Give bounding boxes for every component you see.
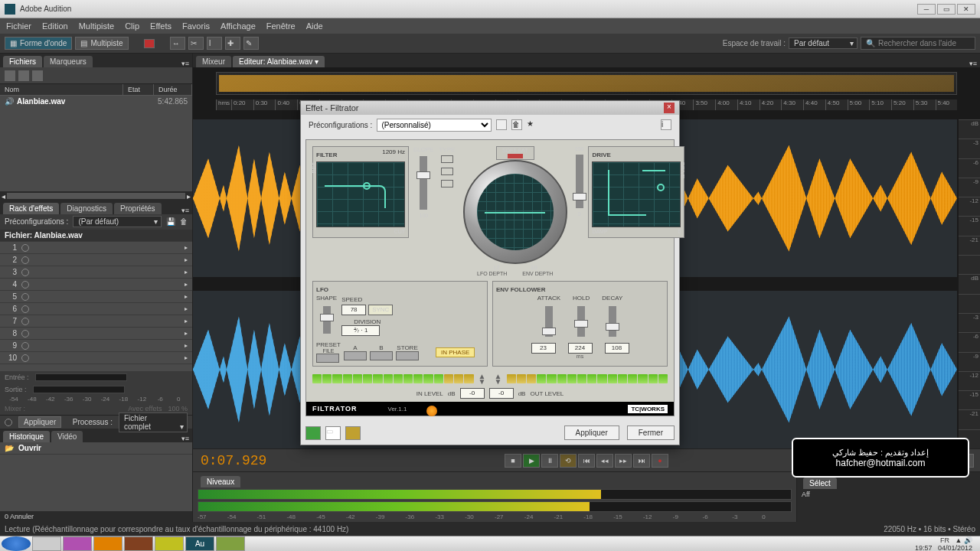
tab-properties[interactable]: Propriétés — [114, 203, 162, 214]
dialog-close-button[interactable]: × — [664, 103, 675, 113]
taskbar-app-icon[interactable] — [216, 536, 245, 551]
hold-value[interactable]: 224 — [568, 343, 593, 354]
preset-a-button[interactable] — [344, 351, 367, 360]
in-arrows-icon[interactable]: ▲▼ — [475, 373, 490, 385]
power-icon[interactable] — [21, 305, 29, 313]
slope-slider[interactable] — [420, 156, 427, 210]
tool-heal[interactable]: ✚ — [225, 37, 240, 50]
tool-move[interactable]: ↔ — [170, 37, 185, 50]
start-button[interactable] — [2, 536, 31, 551]
decay-slider[interactable] — [609, 306, 616, 337]
panel-menu-icon[interactable]: ▾≡ — [969, 60, 977, 67]
preconfig-select[interactable]: (Par défaut) — [73, 216, 162, 227]
fx-slot[interactable]: 8▸ — [0, 328, 192, 340]
preview-toggle[interactable]: ▭ — [325, 426, 341, 440]
power-icon[interactable] — [21, 342, 29, 350]
taskbar-audition-icon[interactable]: Au — [185, 536, 214, 551]
open-file-icon[interactable] — [5, 70, 15, 81]
import-icon[interactable] — [18, 70, 29, 81]
preset-b-button[interactable] — [370, 351, 393, 360]
close-button[interactable]: ✕ — [957, 4, 975, 15]
fx-slot[interactable]: 4▸ — [0, 279, 192, 291]
minimize-button[interactable]: ─ — [917, 4, 936, 15]
taskbar-app-icon[interactable] — [63, 536, 92, 551]
apply-button[interactable]: Appliquer — [564, 425, 619, 440]
tab-levels[interactable]: Niveaux — [201, 476, 240, 487]
type-bandpass-icon[interactable] — [441, 168, 453, 175]
drive-graph[interactable] — [592, 161, 681, 227]
play-button[interactable]: ▶ — [523, 454, 540, 468]
skip-fwd-button[interactable]: ⏭ — [633, 454, 650, 468]
history-item[interactable]: 📂Ouvrir — [0, 442, 192, 455]
taskbar-app-icon[interactable] — [124, 536, 153, 551]
apply-button[interactable]: Appliquer — [18, 416, 61, 428]
decay-value[interactable]: 108 — [605, 343, 629, 354]
main-knob[interactable] — [463, 160, 567, 264]
power-icon[interactable] — [21, 256, 29, 264]
col-etat[interactable]: Etat — [123, 84, 154, 95]
drive-handle[interactable] — [657, 184, 665, 191]
col-nom[interactable]: Nom — [0, 84, 123, 95]
record-indicator[interactable] — [144, 39, 155, 48]
sync-button[interactable]: SYNC — [368, 305, 393, 315]
power-icon[interactable] — [21, 330, 29, 337]
out-level-value[interactable]: -0 — [489, 388, 514, 399]
process-select[interactable]: Fichier complet — [119, 412, 188, 432]
fx-slot[interactable]: 1▸ — [0, 242, 192, 254]
type-lowpass-icon[interactable] — [441, 155, 453, 163]
close-file-icon[interactable] — [32, 70, 43, 81]
tab-rack[interactable]: Rack d'effets — [3, 203, 59, 214]
fx-slot[interactable]: 2▸ — [0, 254, 192, 266]
panel-menu-icon[interactable]: ▾≡ — [181, 435, 189, 442]
hold-slider[interactable] — [577, 306, 585, 337]
power-toggle[interactable] — [305, 426, 321, 440]
tab-marqueurs[interactable]: Marqueurs — [44, 56, 93, 67]
rewind-button[interactable]: ◂◂ — [596, 454, 613, 468]
multitrack-view-button[interactable]: ▤ Multipiste — [75, 37, 128, 50]
delete-preset-icon[interactable]: 🗑 — [511, 119, 522, 130]
shape-slider[interactable] — [323, 306, 331, 334]
taskbar-app-icon[interactable] — [155, 536, 184, 551]
tab-selection[interactable]: Sélect — [803, 478, 837, 489]
menu-multipiste[interactable]: Multipiste — [79, 21, 114, 31]
type-highpass-icon[interactable] — [441, 180, 453, 187]
softsat-box[interactable]: SOFT SAT — [496, 146, 534, 160]
preset-store-button[interactable] — [396, 351, 419, 360]
maximize-button[interactable]: ▭ — [937, 4, 956, 15]
menu-affichage[interactable]: Affichage — [220, 21, 256, 31]
loop-button[interactable]: ⟲ — [560, 454, 577, 468]
taskbar-explorer-icon[interactable] — [32, 536, 61, 551]
preset-select[interactable]: (Personnalisé) — [377, 119, 492, 132]
info-icon[interactable]: i — [661, 119, 671, 130]
save-preset-icon[interactable]: 💾 — [166, 217, 175, 226]
help-search[interactable]: 🔍 Rechercher dans l'aide — [861, 37, 975, 50]
overview-waveform[interactable] — [216, 72, 957, 95]
drive-slider[interactable] — [576, 155, 583, 208]
attack-value[interactable]: 23 — [531, 343, 556, 354]
panel-menu-icon[interactable]: ▾≡ — [181, 60, 189, 67]
forward-button[interactable]: ▸▸ — [615, 454, 632, 468]
power-icon[interactable] — [21, 318, 29, 325]
power-icon[interactable] — [21, 244, 29, 252]
taskbar-clock[interactable]: FR ▲ 🔊 19:57 04/01/2012 — [915, 536, 978, 552]
skip-back-button[interactable]: ⏮ — [578, 454, 595, 468]
save-preset-icon[interactable] — [496, 119, 507, 130]
fx-slot[interactable]: 3▸ — [0, 266, 192, 279]
speed-value[interactable]: 78 — [341, 305, 366, 315]
panel-menu-icon[interactable]: ▾≡ — [181, 207, 189, 214]
record-button[interactable]: ● — [652, 454, 668, 468]
attack-slider[interactable] — [545, 306, 553, 337]
fx-slot[interactable]: 5▸ — [0, 291, 192, 303]
file-row[interactable]: 🔊 Alanbiae.wav 5:42.865 — [0, 96, 192, 107]
division-value[interactable]: ⁴⁄₇ · 1 — [341, 325, 380, 336]
tab-fichiers[interactable]: Fichiers — [3, 56, 42, 67]
tool-brush[interactable]: ✎ — [243, 37, 259, 50]
in-level-value[interactable]: -0 — [460, 388, 485, 399]
power-icon[interactable] — [21, 354, 29, 362]
tool-razor[interactable]: ✂ — [188, 37, 204, 50]
col-duree[interactable]: Durée — [154, 84, 192, 95]
filter-graph[interactable] — [316, 161, 405, 227]
menu-edition[interactable]: Edition — [42, 21, 68, 31]
menu-favoris[interactable]: Favoris — [182, 21, 210, 31]
power-icon[interactable] — [21, 293, 29, 301]
